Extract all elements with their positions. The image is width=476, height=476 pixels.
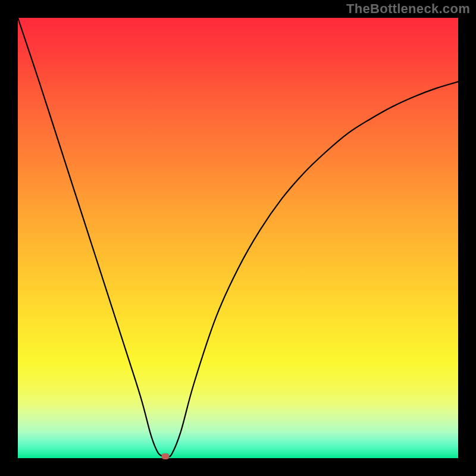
chart-frame: TheBottleneck.com: [0, 0, 476, 476]
bottleneck-curve: [18, 18, 458, 458]
optimal-point-marker: [161, 453, 169, 459]
watermark-text: TheBottleneck.com: [346, 1, 470, 17]
plot-area: [18, 18, 458, 458]
